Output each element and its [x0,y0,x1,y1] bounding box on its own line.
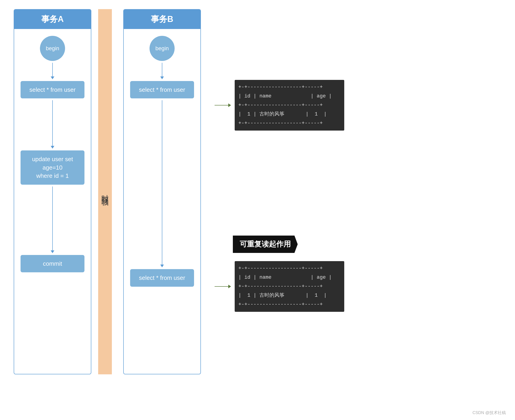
arrow-head [51,250,54,253]
time-axis: 时间轴 [98,9,112,374]
arrow-line [162,100,162,264]
transaction-a-commit: commit [21,255,84,272]
result1-row: +-+------------------+-----+ | id | name… [215,80,344,131]
arrow-head [51,76,54,79]
arrow-b-1 [160,63,164,79]
h-arrow-line [215,286,228,287]
arrow-head [160,264,164,267]
result-table-1: +-+------------------+-----+ | id | name… [235,80,344,131]
arrow-b-2 [160,100,164,267]
time-axis-label: 时间轴 [100,189,110,195]
h-arrow-1 [215,103,231,107]
result2-row: +-+------------------+-----+ | id | name… [215,261,344,312]
h-arrow-2 [215,285,231,288]
transaction-b-begin: begin [149,36,175,61]
arrow-a-1 [51,63,54,79]
spacer [215,131,344,236]
transaction-b-select1: select * from user [130,81,194,98]
main-container: 事务A begin select * from user update user… [0,0,515,420]
transaction-a-begin: begin [40,36,65,61]
transaction-a-update: update user set age=10where id = 1 [21,150,84,184]
arrow-line [52,63,53,76]
repeatable-read-container: 可重复读起作用 [233,236,344,256]
transaction-b-box: 事务B begin select * from user select * fr… [123,9,201,374]
arrow-line [52,100,53,146]
arrow-head [160,76,164,79]
transaction-a-header: 事务A [14,10,91,29]
arrow-line [162,63,162,76]
arrow-head [51,146,54,149]
arrow-a-3 [51,187,54,253]
result-table-2: +-+------------------+-----+ | id | name… [235,261,344,312]
results-area: +-+------------------+-----+ | id | name… [215,9,344,312]
h-arrow-head [228,285,231,288]
repeatable-read-label: 可重复读起作用 [233,236,298,253]
transaction-a-select: select * from user [21,81,84,98]
arrow-a-2 [51,100,54,149]
transaction-b-header: 事务B [124,10,201,29]
transaction-a-box: 事务A begin select * from user update user… [14,9,91,374]
transaction-b-select2: select * from user [130,269,194,286]
h-arrow-line [215,105,228,105]
arrow-line [52,187,53,250]
h-arrow-head [228,103,231,107]
watermark: CSDN @技术社稿 [472,410,506,415]
